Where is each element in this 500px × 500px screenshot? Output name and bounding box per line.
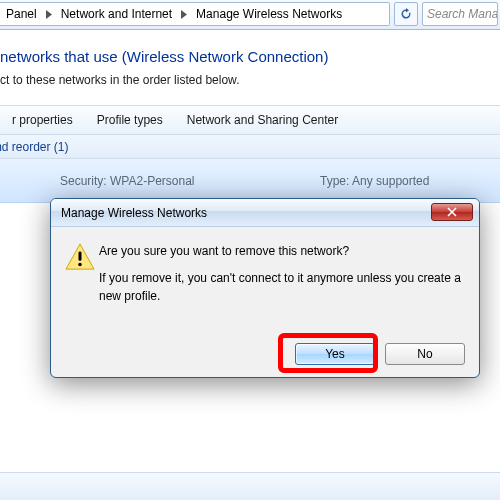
confirm-dialog: Manage Wireless Networks Are you sure yo… (50, 198, 480, 378)
search-placeholder: Search Manag (427, 7, 498, 21)
breadcrumb-item[interactable]: Network and Internet (55, 3, 178, 25)
close-button[interactable] (431, 203, 473, 221)
breadcrumb-item[interactable]: Panel (0, 3, 43, 25)
address-bar: Panel Network and Internet Manage Wirele… (0, 0, 500, 30)
item-security: Security: WPA2-Personal (60, 174, 195, 188)
dialog-question: Are you sure you want to remove this net… (99, 243, 465, 260)
page-subtitle: ct to these networks in the order listed… (0, 73, 500, 105)
group-label: dify, and reorder (1) (0, 140, 69, 154)
chevron-right-icon (178, 10, 190, 19)
svg-rect-0 (79, 251, 82, 260)
breadcrumb-item[interactable]: Manage Wireless Networks (190, 3, 348, 25)
warning-icon (65, 243, 99, 305)
breadcrumb[interactable]: Panel Network and Internet Manage Wirele… (0, 2, 390, 26)
search-input[interactable]: Search Manag (422, 2, 498, 26)
status-bar (0, 472, 500, 500)
toolbar-profile-types[interactable]: Profile types (85, 113, 175, 127)
chevron-right-icon (43, 10, 55, 19)
toolbar-network-sharing[interactable]: Network and Sharing Center (175, 113, 350, 127)
refresh-button[interactable] (394, 2, 418, 26)
dialog-text: Are you sure you want to remove this net… (99, 243, 465, 305)
item-type: Type: Any supported (320, 174, 429, 188)
dialog-detail: If you remove it, you can't connect to i… (99, 270, 465, 305)
svg-point-1 (78, 263, 82, 267)
group-header: dify, and reorder (1) (0, 135, 500, 159)
dialog-title: Manage Wireless Networks (61, 206, 207, 220)
toolbar: r properties Profile types Network and S… (0, 105, 500, 135)
network-list-item[interactable]: Security: WPA2-Personal Type: Any suppor… (0, 159, 500, 203)
dialog-titlebar[interactable]: Manage Wireless Networks (51, 199, 479, 227)
yes-button[interactable]: Yes (295, 343, 375, 365)
page-title: networks that use (Wireless Network Conn… (0, 30, 500, 73)
toolbar-adapter-properties[interactable]: r properties (0, 113, 85, 127)
no-button[interactable]: No (385, 343, 465, 365)
